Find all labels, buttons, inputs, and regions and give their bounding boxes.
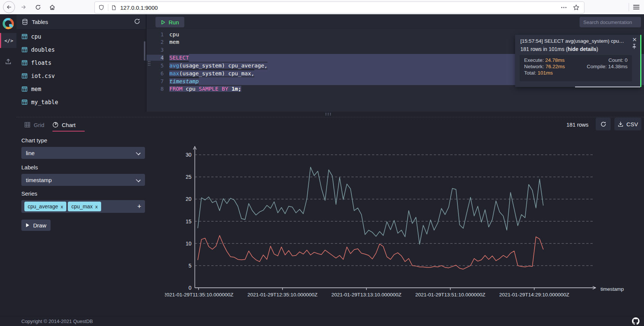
pin-icon[interactable] bbox=[632, 44, 637, 49]
refresh-icon bbox=[600, 121, 607, 127]
labels-select[interactable]: timestamp bbox=[21, 174, 145, 186]
csv-button-label: CSV bbox=[626, 121, 638, 127]
line-number: 8 bbox=[146, 86, 164, 92]
x-axis-label: 2021-01-29T12:35:10.000000Z bbox=[248, 292, 318, 298]
browser-reload-button[interactable] bbox=[32, 1, 43, 13]
table-row[interactable]: mem bbox=[16, 82, 146, 96]
series-line-cpu_average bbox=[198, 235, 543, 269]
github-icon[interactable] bbox=[632, 317, 640, 325]
tab-chart[interactable]: Chart bbox=[52, 118, 76, 131]
table-row[interactable]: cpu bbox=[16, 30, 146, 43]
y-axis-label: 15 bbox=[185, 218, 191, 224]
table-name: iot.csv bbox=[31, 73, 55, 79]
y-axis-label: 5 bbox=[188, 263, 191, 269]
table-row[interactable]: floats bbox=[16, 56, 146, 69]
draw-button-label: Draw bbox=[33, 222, 46, 229]
table-name: doubles bbox=[31, 46, 55, 53]
horizontal-splitter-handle[interactable] bbox=[325, 112, 331, 116]
series-chip[interactable]: cpu_averagex bbox=[24, 202, 66, 211]
download-csv-button[interactable]: CSV bbox=[614, 118, 641, 130]
code-text: mem bbox=[169, 39, 179, 45]
pie-chart-icon bbox=[52, 122, 58, 128]
search-documentation-input[interactable] bbox=[580, 17, 641, 27]
stats-right-column: Count: 0Compile: 14.38ms bbox=[587, 57, 628, 79]
remove-series-icon[interactable]: x bbox=[61, 204, 63, 209]
code-text: timestamp bbox=[169, 78, 199, 84]
shield-icon[interactable] bbox=[99, 4, 104, 10]
notification-summary: 181 rows in 101ms (hide details) bbox=[520, 46, 598, 52]
address-bar[interactable]: 127.0.0.1:9000 bbox=[94, 1, 584, 13]
x-axis-label: 2021-01-29T14:29:10.000000Z bbox=[499, 292, 569, 298]
page-actions-icon[interactable] bbox=[561, 6, 567, 9]
x-axis-label: 2021-01-29T13:13:10.000000Z bbox=[332, 292, 402, 298]
download-icon bbox=[618, 121, 623, 127]
y-axis-label: 20 bbox=[185, 196, 191, 202]
questdb-logo[interactable] bbox=[3, 18, 14, 29]
stat-row: Network: 76.22ms bbox=[524, 64, 565, 69]
code-text: avg(usage_system) cpu_average, bbox=[169, 63, 267, 69]
chart-type-select[interactable]: line bbox=[21, 147, 145, 159]
table-icon bbox=[22, 34, 27, 39]
browser-back-button[interactable] bbox=[3, 1, 15, 13]
table-row[interactable]: doubles bbox=[16, 43, 146, 56]
tables-panel-header: Tables bbox=[16, 14, 146, 30]
line-number: 6 bbox=[146, 70, 164, 76]
chart-type-value: line bbox=[26, 150, 34, 156]
database-icon bbox=[22, 19, 28, 25]
x-axis-label: 2021-01-29T11:35:10.000000Z bbox=[165, 292, 233, 298]
tables-list: cpudoublesfloatsiot.csvmemmy_table bbox=[16, 30, 146, 109]
series-chip-label: cpu_max bbox=[71, 203, 93, 209]
draw-button[interactable]: Draw bbox=[21, 220, 51, 231]
y-axis-label: 30 bbox=[185, 152, 191, 158]
tables-scrollbar[interactable] bbox=[144, 41, 145, 61]
add-series-button[interactable]: + bbox=[137, 203, 141, 210]
tab-chart-label: Chart bbox=[62, 122, 76, 128]
series-chip[interactable]: cpu_maxx bbox=[68, 202, 101, 211]
series-chip-label: cpu_average bbox=[28, 203, 58, 209]
y-axis-label: 25 bbox=[185, 174, 191, 180]
reload-icon bbox=[35, 4, 41, 10]
line-number: 4 bbox=[146, 55, 164, 61]
series-chips: cpu_averagexcpu_maxx bbox=[23, 202, 101, 211]
toolbar-divider bbox=[629, 3, 629, 11]
x-axis-label: 2021-01-29T13:51:10.000000Z bbox=[415, 292, 486, 298]
browser-menu-button[interactable] bbox=[631, 1, 642, 13]
rows-count: 181 rows bbox=[566, 118, 589, 131]
tables-refresh-button[interactable] bbox=[134, 18, 140, 25]
y-axis-label: 0 bbox=[188, 285, 191, 291]
sidebar-item-console[interactable]: </> bbox=[0, 33, 16, 48]
remove-series-icon[interactable]: x bbox=[95, 204, 98, 209]
active-tab-indicator bbox=[52, 131, 85, 132]
series-input[interactable]: cpu_averagexcpu_maxx + bbox=[21, 200, 145, 213]
table-name: mem bbox=[31, 86, 41, 93]
code-text: FROM cpu SAMPLE BY 1m; bbox=[169, 86, 241, 92]
query-stats-box: Execute: 24.78msNetwork: 76.22msTotal: 1… bbox=[520, 55, 632, 81]
upload-icon bbox=[5, 58, 12, 65]
browser-home-button[interactable] bbox=[46, 1, 58, 13]
table-icon bbox=[22, 47, 27, 52]
stats-left-column: Execute: 24.78msNetwork: 76.22msTotal: 1… bbox=[524, 57, 565, 79]
questdb-console-screenshot: 127.0.0.1:9000 </> Tables cpudoublesfloa bbox=[0, 0, 644, 326]
close-icon[interactable]: ✕ bbox=[632, 37, 637, 42]
chart-type-label: Chart type bbox=[21, 137, 47, 144]
tables-panel: Tables cpudoublesfloatsiot.csvmemmy_tabl… bbox=[16, 14, 146, 112]
table-name: cpu bbox=[31, 33, 41, 40]
play-icon bbox=[161, 20, 166, 25]
line-chart[interactable]: 0510152025302021-01-29T11:35:10.000000Z2… bbox=[165, 133, 641, 310]
table-name: my_table bbox=[31, 99, 58, 106]
run-button[interactable]: Run bbox=[155, 17, 184, 27]
vertical-splitter-handle[interactable] bbox=[148, 61, 151, 66]
results-refresh-button[interactable] bbox=[596, 118, 611, 130]
series-line-cpu_max bbox=[198, 167, 543, 244]
bookmark-star-icon[interactable] bbox=[573, 4, 580, 11]
hide-details-link[interactable]: hide details bbox=[568, 46, 596, 52]
left-nav-rail: </> bbox=[0, 14, 16, 316]
y-axis-label: 10 bbox=[185, 241, 191, 247]
page-icon[interactable] bbox=[111, 5, 117, 10]
table-row[interactable]: my_table bbox=[16, 96, 146, 109]
browser-forward-button[interactable] bbox=[18, 1, 29, 13]
url-text[interactable]: 127.0.0.1:9000 bbox=[120, 4, 158, 11]
table-row[interactable]: iot.csv bbox=[16, 69, 146, 82]
sidebar-item-import[interactable] bbox=[0, 55, 16, 68]
tab-grid[interactable]: Grid bbox=[24, 118, 44, 131]
